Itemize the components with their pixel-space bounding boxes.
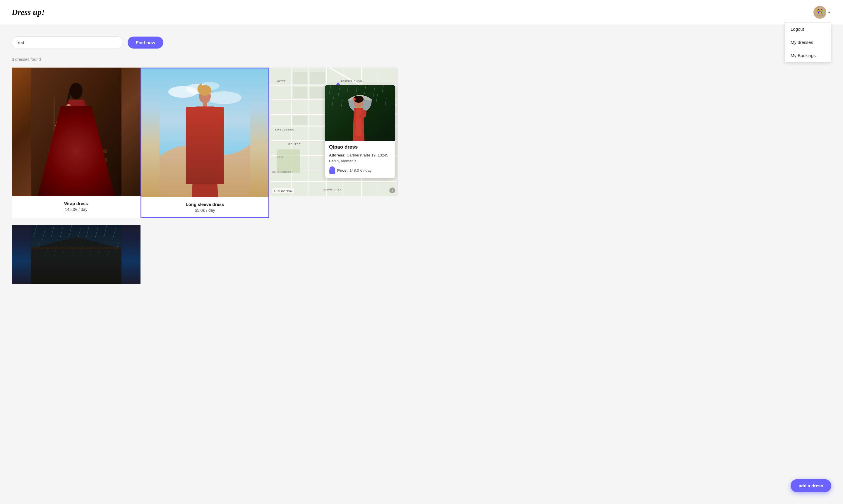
svg-rect-5 <box>48 176 107 179</box>
svg-text:BAUMSCHULE: BAUMSCHULE <box>323 188 341 191</box>
avatar-emoji: 👫 <box>816 9 824 16</box>
dropdown-menu: Logout My dresses My Bookings <box>785 22 831 62</box>
rain-dress-card[interactable] <box>12 225 141 284</box>
logo: Dress up! <box>12 7 45 17</box>
wrap-dress-text: Wrap dress 145.0€ / day <box>12 196 141 216</box>
add-dress-button[interactable]: add a dress <box>791 479 831 492</box>
popup-body: Qipao dress Address: Gärtnerstraße 19, 1… <box>325 141 395 178</box>
svg-rect-32 <box>277 149 300 173</box>
dropdown-item-my-bookings[interactable]: My Bookings <box>785 49 831 62</box>
svg-rect-92 <box>31 247 122 249</box>
popup-price: Price: 148.0 € / day <box>329 166 391 174</box>
bottom-row <box>12 225 398 284</box>
dress-card-long-sleeve[interactable]: Long sleeve dress 65.0€ / day <box>141 68 269 218</box>
popup-title: Qipao dress <box>329 144 391 150</box>
svg-rect-16 <box>203 103 207 107</box>
svg-text:KREUZBERG: KREUZBERG <box>275 128 295 131</box>
svg-text:REUTER: REUTER <box>288 143 301 146</box>
find-now-button[interactable]: Find now <box>128 37 163 49</box>
rain-dress-image <box>12 225 141 284</box>
user-menu-wrapper: 👫 ▾ Logout My dresses My Bookings <box>812 5 831 20</box>
dress-image-wrap <box>12 68 141 196</box>
popup-dress-image <box>325 85 395 141</box>
map-info-button[interactable]: i <box>389 187 395 193</box>
svg-text:FRIEDRICHSH: FRIEDRICHSH <box>341 80 362 83</box>
mapbox-text: © mapbox <box>278 189 293 193</box>
svg-rect-36 <box>310 72 325 84</box>
wrap-dress-price: 145.0€ / day <box>16 207 136 212</box>
cards-grid: Wrap dress 145.0€ / day <box>12 68 398 218</box>
svg-text:NEU: NEU <box>277 156 283 159</box>
results-count: 3 dresses found <box>12 57 398 62</box>
svg-rect-2 <box>48 149 107 153</box>
popup-price-label: Price: <box>337 168 348 173</box>
mapbox-logo: ⊙ <box>274 189 277 193</box>
popup-address-line2: Berlin, Alemania <box>329 159 356 163</box>
dropdown-item-my-dresses[interactable]: My dresses <box>785 36 831 49</box>
svg-rect-37 <box>293 87 308 98</box>
popup-address-line1: Gärtnerstraße 19, 10245 <box>347 153 388 157</box>
search-area: Find now <box>12 36 398 49</box>
dress-card-wrap[interactable]: Wrap dress 145.0€ / day <box>12 68 141 218</box>
long-sleeve-dress-text: Long sleeve dress 65.0€ / day <box>141 197 268 217</box>
svg-rect-35 <box>293 72 308 84</box>
svg-point-70 <box>353 98 356 101</box>
long-sleeve-dress-price: 65.0€ / day <box>146 208 264 213</box>
mapbox-watermark: ⊙ © mapbox <box>272 188 294 193</box>
popup-address-label: Address: <box>329 153 346 157</box>
svg-rect-4 <box>48 167 107 170</box>
header: Dress up! 👫 ▾ Logout My dresses My Booki… <box>0 0 843 24</box>
svg-rect-41 <box>293 116 308 125</box>
map-card[interactable]: MITTE FRIEDRICHSH Frankfurter Allee KREU… <box>269 68 398 196</box>
long-sleeve-dress-title: Long sleeve dress <box>146 202 264 207</box>
popup-price-value: 148.0 € / day <box>350 168 371 173</box>
svg-rect-3 <box>48 158 107 162</box>
user-avatar-button[interactable]: 👫 ▾ <box>812 5 831 20</box>
svg-point-7 <box>70 83 83 99</box>
svg-text:SCHILLERKIEZ: SCHILLERKIEZ <box>272 171 291 174</box>
svg-rect-6 <box>48 184 107 188</box>
main-content: Find now 3 dresses found <box>0 24 410 301</box>
popup-address: Address: Gärtnerstraße 19, 10245 Berlin,… <box>329 152 391 164</box>
dress-icon <box>329 166 335 174</box>
avatar: 👫 <box>813 6 826 19</box>
wrap-dress-title: Wrap dress <box>16 201 136 206</box>
chevron-down-icon: ▾ <box>828 10 830 15</box>
search-input[interactable] <box>12 36 123 49</box>
svg-point-12 <box>206 91 242 104</box>
map-container: MITTE FRIEDRICHSH Frankfurter Allee KREU… <box>269 68 398 196</box>
dropdown-item-logout[interactable]: Logout <box>785 22 831 36</box>
svg-rect-38 <box>310 87 325 98</box>
svg-rect-9 <box>159 69 250 156</box>
info-icon: i <box>392 188 392 193</box>
svg-text:MITTE: MITTE <box>277 80 286 83</box>
dress-image-long-sleeve <box>141 69 268 197</box>
map-popup: Qipao dress Address: Gärtnerstraße 19, 1… <box>325 85 395 178</box>
